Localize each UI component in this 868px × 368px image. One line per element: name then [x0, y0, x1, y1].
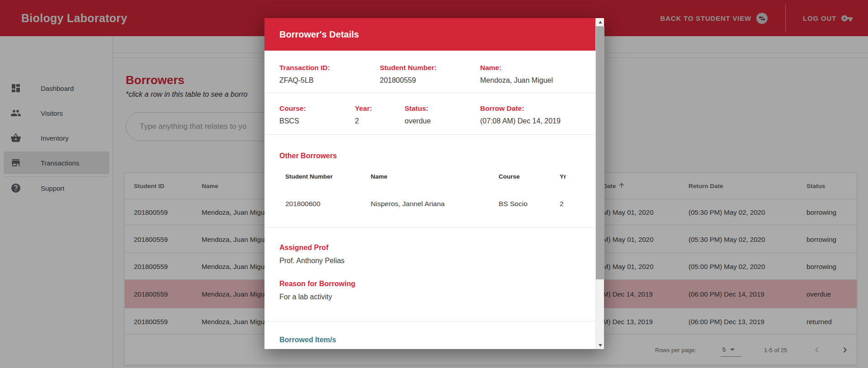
ob-column-yr: Yr	[560, 173, 566, 181]
scrollbar-thumb[interactable]	[596, 26, 604, 279]
ob-column-student-number: Student Number	[285, 173, 333, 181]
assigned-prof-value: Prof. Anthony Pelias	[279, 256, 344, 265]
reason-value: For a lab activity	[279, 293, 332, 302]
reason-label: Reason for Borrowing	[279, 279, 355, 288]
ob-cell-student-number: 201800600	[285, 199, 321, 208]
borrowed-items-heading: Borrowed Item/s	[279, 335, 336, 344]
scroll-down-button[interactable]	[596, 341, 604, 349]
field-course: Course: BSCS	[279, 104, 306, 126]
dialog-divider	[264, 227, 595, 228]
dialog-divider	[264, 134, 595, 135]
dialog-header: Borrower's Details	[264, 18, 604, 51]
scroll-up-button[interactable]	[596, 18, 604, 26]
field-student-number: Student Number: 201800559	[380, 63, 437, 85]
field-year: Year: 2	[355, 104, 372, 126]
other-borrowers-heading: Other Borrowers	[279, 151, 337, 160]
ob-column-name: Name	[371, 173, 387, 181]
dialog-divider	[264, 321, 595, 321]
field-name: Name: Mendoza, Juan Miguel	[480, 63, 553, 85]
field-transaction-id: Transaction ID: ZFAQ-5LB	[279, 63, 330, 85]
ob-cell-course: BS Socio	[499, 199, 528, 208]
field-status: Status: overdue	[405, 104, 431, 126]
borrowers-details-dialog: Borrower's Details Transaction ID: ZFAQ-…	[264, 18, 604, 349]
scroll-down-icon	[599, 344, 602, 347]
dialog-divider	[264, 93, 595, 93]
ob-column-course: Course	[499, 173, 520, 181]
dialog-title: Borrower's Details	[279, 18, 359, 51]
ob-cell-name: Nisperos, Jannel Ariana	[371, 199, 445, 208]
ob-cell-yr: 2	[560, 199, 564, 208]
field-borrow-date: Borrow Date: (07:08 AM) Dec 14, 2019	[480, 104, 561, 126]
assigned-prof-label: Assigned Prof	[279, 243, 328, 252]
scroll-up-icon	[599, 21, 602, 24]
dialog-scrollbar	[595, 18, 604, 349]
